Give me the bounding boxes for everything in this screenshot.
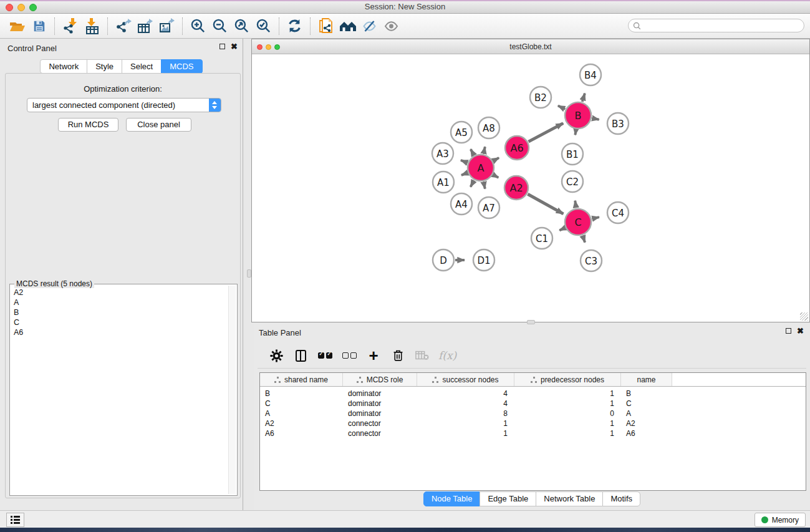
close-panel-icon[interactable]: ✖ bbox=[231, 43, 238, 50]
table-cell: dominator bbox=[343, 399, 417, 409]
zoom-in-button[interactable] bbox=[187, 16, 209, 36]
graph-node-label: C2 bbox=[566, 177, 579, 188]
graph-edge-B-B4[interactable] bbox=[582, 94, 585, 102]
graph-edge-A-A5[interactable] bbox=[471, 149, 474, 155]
zoom-fit-button[interactable] bbox=[231, 16, 253, 36]
table-settings-button[interactable] bbox=[268, 347, 284, 364]
export-image-button[interactable] bbox=[156, 16, 178, 36]
show-graphics-details-button[interactable] bbox=[380, 16, 402, 36]
network-canvas[interactable]: B4B2BB3A8A5A6A3B1AC2A1A2A4A7C4CC1C3DD1 bbox=[252, 54, 809, 322]
result-item[interactable]: B bbox=[14, 307, 23, 317]
export-table-button[interactable] bbox=[134, 16, 156, 36]
window-resize-grip[interactable] bbox=[800, 312, 808, 321]
run-mcds-button[interactable]: Run MCDS bbox=[58, 118, 118, 132]
hide-graphics-details-button[interactable] bbox=[359, 16, 380, 36]
column-header-mcds-role[interactable]: MCDS role bbox=[343, 373, 417, 386]
toolbar-separator bbox=[107, 17, 108, 35]
open-session-button[interactable] bbox=[6, 16, 28, 36]
graph-edge-A2-C[interactable] bbox=[528, 194, 563, 214]
result-item[interactable]: A2 bbox=[14, 288, 23, 297]
close-network-window-button[interactable] bbox=[257, 44, 263, 50]
float-table-panel-icon[interactable] bbox=[786, 328, 791, 334]
task-history-button[interactable] bbox=[6, 513, 24, 527]
export-network-button[interactable] bbox=[112, 16, 134, 36]
criterion-select[interactable]: largest connected component (directed) bbox=[27, 98, 221, 112]
welcome-screen-button[interactable] bbox=[337, 16, 359, 36]
import-network-button[interactable] bbox=[59, 16, 81, 36]
tab-mcds[interactable]: MCDS bbox=[161, 59, 202, 74]
mcds-panel: Optimization criterion: largest connecte… bbox=[5, 73, 241, 498]
result-scrollbar[interactable] bbox=[228, 286, 236, 494]
table-row[interactable]: Bdominator41B bbox=[260, 389, 806, 399]
zoom-network-window-button[interactable] bbox=[274, 44, 280, 50]
result-item[interactable]: A6 bbox=[14, 327, 23, 337]
graph-edge-A-A1[interactable] bbox=[461, 173, 468, 175]
tab-select[interactable]: Select bbox=[122, 59, 162, 74]
graph-edge-B-B2[interactable] bbox=[558, 105, 565, 109]
float-panel-icon[interactable] bbox=[219, 44, 225, 49]
close-table-panel-icon[interactable]: ✖ bbox=[797, 327, 804, 334]
network-window-titlebar[interactable]: testGlobe.txt bbox=[252, 39, 809, 54]
create-column-button[interactable]: + bbox=[365, 347, 382, 364]
graph-edge-A-A3[interactable] bbox=[461, 160, 467, 163]
result-item[interactable]: A bbox=[14, 297, 23, 307]
tab-network-table[interactable]: Network Table bbox=[536, 491, 603, 506]
graph-edge-C-C3[interactable] bbox=[582, 236, 585, 243]
column-header-shared-name[interactable]: shared name bbox=[260, 373, 343, 386]
refresh-network-button[interactable] bbox=[284, 16, 306, 36]
graph-edge-C-C4[interactable] bbox=[592, 217, 599, 219]
result-item[interactable]: C bbox=[14, 317, 23, 327]
node-table: shared nameMCDS rolesuccessor nodesprede… bbox=[259, 372, 806, 491]
tab-node-table[interactable]: Node Table bbox=[423, 491, 481, 506]
table-cell: 1 bbox=[514, 418, 621, 428]
table-row[interactable]: Cdominator41C bbox=[260, 399, 806, 409]
attribute-icon bbox=[274, 377, 281, 383]
minimize-network-window-button[interactable] bbox=[266, 44, 271, 50]
tab-style[interactable]: Style bbox=[87, 59, 122, 74]
graph-edge-B-B3[interactable] bbox=[592, 118, 599, 120]
select-all-rows-button[interactable] bbox=[317, 347, 333, 364]
vertical-splitter-grip[interactable] bbox=[247, 269, 251, 278]
column-header-predecessor-nodes[interactable]: predecessor nodes bbox=[514, 373, 621, 386]
column-header-name[interactable]: name bbox=[621, 373, 672, 386]
memory-button[interactable]: Memory bbox=[755, 513, 806, 527]
delete-column-button[interactable] bbox=[390, 347, 406, 364]
table-row[interactable]: Adominator80A bbox=[260, 409, 806, 418]
graph-edge-C-C2[interactable] bbox=[575, 201, 576, 208]
search-field[interactable] bbox=[628, 19, 804, 32]
column-header-successor-nodes[interactable]: successor nodes bbox=[417, 373, 514, 386]
column-header-label: shared name bbox=[284, 375, 328, 384]
graph-edge-A-A6[interactable] bbox=[493, 158, 499, 161]
table-cell: dominator bbox=[343, 409, 417, 418]
tab-edge-table[interactable]: Edge Table bbox=[480, 491, 536, 506]
search-input[interactable] bbox=[644, 19, 804, 32]
save-session-button[interactable] bbox=[28, 16, 50, 36]
graph-node-label: A8 bbox=[483, 123, 495, 134]
network-view-window: testGlobe.txt B4B2BB3A8A5A6A3B1AC2A1A2A4… bbox=[251, 39, 810, 322]
new-network-from-selection-button[interactable] bbox=[315, 16, 337, 36]
table-cell: 1 bbox=[514, 428, 621, 438]
graph-node-label: B4 bbox=[584, 70, 597, 81]
graph-edge-A-A7[interactable] bbox=[484, 182, 485, 189]
tab-motifs[interactable]: Motifs bbox=[602, 491, 640, 506]
horizontal-splitter-grip[interactable] bbox=[527, 320, 535, 324]
close-panel-button[interactable]: Close panel bbox=[126, 118, 191, 132]
graph-edge-A-A4[interactable] bbox=[471, 180, 475, 186]
table-body: Bdominator41BCdominator41CAdominator80AA… bbox=[260, 389, 806, 438]
show-columns-button[interactable] bbox=[292, 347, 309, 364]
tab-network[interactable]: Network bbox=[40, 59, 87, 74]
graph-edge-A-A2[interactable] bbox=[493, 175, 498, 178]
table-row[interactable]: A6connector11A6 bbox=[260, 428, 806, 438]
graph-edge-A6-B[interactable] bbox=[529, 123, 564, 142]
graph-edge-B-B1[interactable] bbox=[575, 130, 576, 135]
zoom-out-button[interactable] bbox=[209, 16, 231, 36]
import-table-button[interactable] bbox=[81, 16, 103, 36]
delete-table-button[interactable] bbox=[414, 347, 430, 364]
graph-edge-A-A8[interactable] bbox=[484, 147, 485, 153]
deselect-all-rows-button[interactable] bbox=[341, 347, 357, 364]
table-row[interactable]: A2connector11A2 bbox=[260, 418, 806, 428]
zoom-selected-button[interactable] bbox=[253, 16, 274, 36]
function-builder-button[interactable]: f(x) bbox=[438, 347, 456, 364]
toolbar-separator bbox=[54, 17, 55, 35]
graph-edge-C-C1[interactable] bbox=[559, 228, 565, 230]
